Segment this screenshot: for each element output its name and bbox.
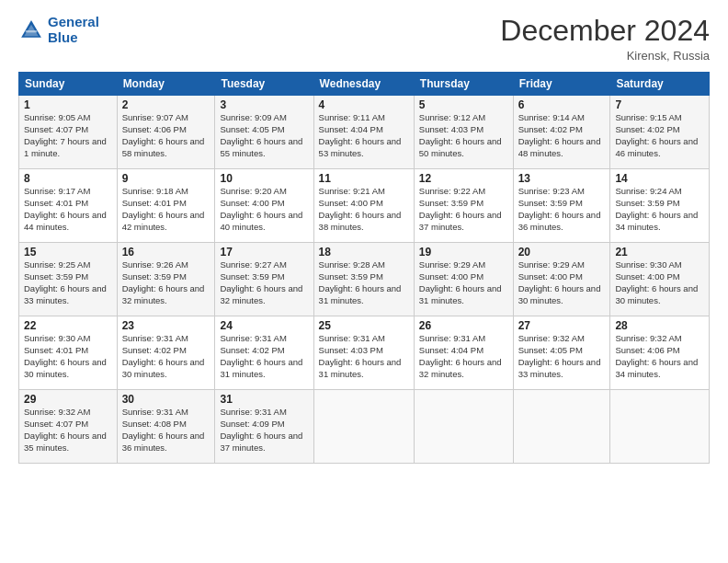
header: General Blue December 2024 Kirensk, Russ…: [18, 15, 710, 63]
calendar-cell: 3Sunrise: 9:09 AMSunset: 4:05 PMDaylight…: [215, 96, 313, 169]
month-title: December 2024: [500, 15, 710, 47]
day-info: Sunrise: 9:05 AMSunset: 4:07 PMDaylight:…: [24, 112, 112, 159]
calendar-cell: [513, 390, 610, 464]
day-number: 29: [24, 393, 112, 406]
day-info: Sunrise: 9:32 AMSunset: 4:06 PMDaylight:…: [615, 333, 704, 380]
day-info: Sunrise: 9:07 AMSunset: 4:06 PMDaylight:…: [122, 112, 210, 159]
calendar-cell: 23Sunrise: 9:31 AMSunset: 4:02 PMDayligh…: [117, 316, 215, 390]
calendar-week-row: 1Sunrise: 9:05 AMSunset: 4:07 PMDaylight…: [19, 96, 710, 169]
day-number: 31: [220, 393, 308, 406]
day-number: 15: [24, 246, 112, 259]
calendar-cell: 10Sunrise: 9:20 AMSunset: 4:00 PMDayligh…: [215, 169, 313, 243]
calendar-cell: 21Sunrise: 9:30 AMSunset: 4:00 PMDayligh…: [610, 243, 710, 316]
day-number: 6: [518, 98, 606, 111]
day-number: 3: [220, 98, 308, 111]
day-info: Sunrise: 9:30 AMSunset: 4:01 PMDaylight:…: [24, 333, 112, 380]
day-number: 22: [24, 319, 112, 332]
day-info: Sunrise: 9:17 AMSunset: 4:01 PMDaylight:…: [24, 186, 112, 233]
calendar-cell: 19Sunrise: 9:29 AMSunset: 4:00 PMDayligh…: [414, 243, 513, 316]
day-number: 16: [122, 246, 210, 259]
day-number: 27: [518, 319, 606, 332]
page: General Blue December 2024 Kirensk, Russ…: [0, 0, 728, 563]
logo-icon: [18, 17, 44, 43]
calendar-cell: 20Sunrise: 9:29 AMSunset: 4:00 PMDayligh…: [513, 243, 610, 316]
day-info: Sunrise: 9:20 AMSunset: 4:00 PMDaylight:…: [220, 186, 308, 233]
day-info: Sunrise: 9:31 AMSunset: 4:04 PMDaylight:…: [419, 333, 508, 380]
day-number: 1: [24, 98, 112, 111]
calendar-cell: 4Sunrise: 9:11 AMSunset: 4:04 PMDaylight…: [313, 96, 414, 169]
calendar-cell: 12Sunrise: 9:22 AMSunset: 3:59 PMDayligh…: [414, 169, 513, 243]
calendar-cell: 6Sunrise: 9:14 AMSunset: 4:02 PMDaylight…: [513, 96, 610, 169]
calendar-cell: 18Sunrise: 9:28 AMSunset: 3:59 PMDayligh…: [313, 243, 414, 316]
day-number: 25: [319, 319, 409, 332]
calendar-cell: 14Sunrise: 9:24 AMSunset: 3:59 PMDayligh…: [610, 169, 710, 243]
calendar-cell: 27Sunrise: 9:32 AMSunset: 4:05 PMDayligh…: [513, 316, 610, 390]
calendar-cell: 29Sunrise: 9:32 AMSunset: 4:07 PMDayligh…: [19, 390, 118, 464]
day-number: 19: [419, 246, 508, 259]
day-info: Sunrise: 9:31 AMSunset: 4:09 PMDaylight:…: [220, 407, 308, 454]
day-info: Sunrise: 9:25 AMSunset: 3:59 PMDaylight:…: [24, 259, 112, 306]
day-number: 2: [122, 98, 210, 111]
day-number: 4: [319, 98, 409, 111]
day-number: 5: [419, 98, 508, 111]
day-info: Sunrise: 9:26 AMSunset: 3:59 PMDaylight:…: [122, 259, 210, 306]
day-info: Sunrise: 9:22 AMSunset: 3:59 PMDaylight:…: [419, 186, 508, 233]
day-info: Sunrise: 9:09 AMSunset: 4:05 PMDaylight:…: [220, 112, 308, 159]
weekday-header: Monday: [117, 73, 215, 96]
weekday-header: Wednesday: [313, 73, 414, 96]
day-info: Sunrise: 9:31 AMSunset: 4:08 PMDaylight:…: [122, 407, 210, 454]
logo-line1: General: [48, 15, 99, 30]
weekday-header: Thursday: [414, 73, 513, 96]
day-info: Sunrise: 9:29 AMSunset: 4:00 PMDaylight:…: [419, 259, 508, 306]
day-number: 20: [518, 246, 606, 259]
day-info: Sunrise: 9:31 AMSunset: 4:02 PMDaylight:…: [122, 333, 210, 380]
day-number: 9: [122, 172, 210, 185]
day-number: 7: [615, 98, 704, 111]
day-number: 11: [319, 172, 409, 185]
calendar-header-row: SundayMondayTuesdayWednesdayThursdayFrid…: [19, 73, 710, 96]
day-info: Sunrise: 9:21 AMSunset: 4:00 PMDaylight:…: [319, 186, 409, 233]
logo-line2: Blue: [48, 30, 99, 46]
day-number: 12: [419, 172, 508, 185]
calendar-cell: 17Sunrise: 9:27 AMSunset: 3:59 PMDayligh…: [215, 243, 313, 316]
calendar-cell: 2Sunrise: 9:07 AMSunset: 4:06 PMDaylight…: [117, 96, 215, 169]
calendar-cell: 28Sunrise: 9:32 AMSunset: 4:06 PMDayligh…: [610, 316, 710, 390]
day-info: Sunrise: 9:18 AMSunset: 4:01 PMDaylight:…: [122, 186, 210, 233]
calendar-cell: [414, 390, 513, 464]
calendar-cell: 22Sunrise: 9:30 AMSunset: 4:01 PMDayligh…: [19, 316, 118, 390]
day-info: Sunrise: 9:11 AMSunset: 4:04 PMDaylight:…: [319, 112, 409, 159]
calendar-cell: 11Sunrise: 9:21 AMSunset: 4:00 PMDayligh…: [313, 169, 414, 243]
day-info: Sunrise: 9:32 AMSunset: 4:07 PMDaylight:…: [24, 407, 112, 454]
calendar-week-row: 15Sunrise: 9:25 AMSunset: 3:59 PMDayligh…: [19, 243, 710, 316]
logo: General Blue: [18, 15, 99, 45]
location: Kirensk, Russia: [500, 49, 710, 63]
day-info: Sunrise: 9:31 AMSunset: 4:02 PMDaylight:…: [220, 333, 308, 380]
day-number: 18: [319, 246, 409, 259]
day-info: Sunrise: 9:30 AMSunset: 4:00 PMDaylight:…: [615, 259, 704, 306]
day-number: 13: [518, 172, 606, 185]
calendar-cell: [313, 390, 414, 464]
calendar-cell: 26Sunrise: 9:31 AMSunset: 4:04 PMDayligh…: [414, 316, 513, 390]
calendar-cell: 8Sunrise: 9:17 AMSunset: 4:01 PMDaylight…: [19, 169, 118, 243]
day-info: Sunrise: 9:31 AMSunset: 4:03 PMDaylight:…: [319, 333, 409, 380]
calendar-cell: [610, 390, 710, 464]
calendar-cell: 16Sunrise: 9:26 AMSunset: 3:59 PMDayligh…: [117, 243, 215, 316]
logo-text: General Blue: [48, 15, 99, 45]
day-number: 23: [122, 319, 210, 332]
calendar-cell: 13Sunrise: 9:23 AMSunset: 3:59 PMDayligh…: [513, 169, 610, 243]
calendar-cell: 9Sunrise: 9:18 AMSunset: 4:01 PMDaylight…: [117, 169, 215, 243]
calendar-cell: 7Sunrise: 9:15 AMSunset: 4:02 PMDaylight…: [610, 96, 710, 169]
calendar-cell: 31Sunrise: 9:31 AMSunset: 4:09 PMDayligh…: [215, 390, 313, 464]
weekday-header: Tuesday: [215, 73, 313, 96]
day-info: Sunrise: 9:29 AMSunset: 4:00 PMDaylight:…: [518, 259, 606, 306]
day-info: Sunrise: 9:12 AMSunset: 4:03 PMDaylight:…: [419, 112, 508, 159]
day-info: Sunrise: 9:15 AMSunset: 4:02 PMDaylight:…: [615, 112, 704, 159]
calendar-cell: 15Sunrise: 9:25 AMSunset: 3:59 PMDayligh…: [19, 243, 118, 316]
calendar-table: SundayMondayTuesdayWednesdayThursdayFrid…: [18, 72, 710, 464]
title-block: December 2024 Kirensk, Russia: [500, 15, 710, 63]
day-number: 21: [615, 246, 704, 259]
calendar-cell: 25Sunrise: 9:31 AMSunset: 4:03 PMDayligh…: [313, 316, 414, 390]
weekday-header: Sunday: [19, 73, 118, 96]
day-number: 14: [615, 172, 704, 185]
svg-rect-2: [26, 30, 37, 32]
